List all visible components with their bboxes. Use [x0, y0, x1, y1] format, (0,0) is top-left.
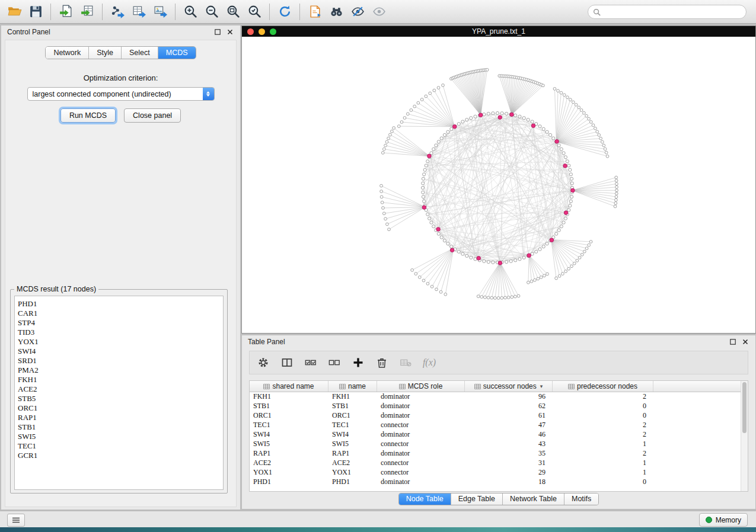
- cell-mcds_role[interactable]: dominator: [377, 430, 465, 440]
- table-row[interactable]: RAP1RAP1dominator352: [250, 449, 741, 459]
- column-header-name[interactable]: name: [328, 381, 377, 392]
- deselect-all-rows-button[interactable]: [326, 354, 343, 371]
- export-network-button[interactable]: [107, 2, 128, 21]
- column-header-successor-nodes[interactable]: successor nodes▾: [465, 381, 553, 392]
- cell-mcds_role[interactable]: dominator: [377, 392, 465, 402]
- tab-mcds[interactable]: MCDS: [158, 47, 196, 59]
- cell-mcds_role[interactable]: connector: [377, 421, 465, 430]
- cell-predecessor[interactable]: 1: [553, 459, 653, 468]
- mcds-list-item[interactable]: TID3: [15, 328, 223, 337]
- mcds-list-item[interactable]: GCR1: [15, 451, 223, 460]
- mcds-list-item[interactable]: ORC1: [15, 403, 223, 413]
- show-all-button[interactable]: [368, 2, 390, 21]
- cell-predecessor[interactable]: 0: [553, 411, 653, 421]
- hide-selected-button[interactable]: [347, 2, 368, 21]
- table-settings-button[interactable]: [254, 354, 272, 371]
- mcds-result-list[interactable]: PHD1CAR1STP4TID3YOX1SWI4SRD1PMA2FKH1ACE2…: [14, 296, 224, 490]
- cell-mcds_role[interactable]: dominator: [377, 402, 465, 411]
- cell-predecessor[interactable]: 2: [553, 421, 653, 430]
- table-row[interactable]: SWI5SWI5connector431: [250, 440, 741, 449]
- cell-successor[interactable]: 62: [465, 402, 553, 411]
- search-network-button[interactable]: [326, 2, 347, 21]
- cell-mcds_role[interactable]: dominator: [377, 411, 465, 421]
- cell-shared_name[interactable]: PHD1: [250, 477, 328, 487]
- mcds-list-item[interactable]: SRD1: [15, 356, 223, 366]
- minimize-window-icon[interactable]: [259, 28, 265, 35]
- cell-successor[interactable]: 96: [465, 392, 553, 402]
- cell-shared_name[interactable]: ORC1: [250, 411, 328, 421]
- import-table-button[interactable]: [76, 2, 98, 21]
- network-window-titlebar[interactable]: YPA_prune.txt_1: [242, 26, 755, 37]
- cell-shared_name[interactable]: YOX1: [250, 468, 328, 477]
- export-table-button[interactable]: [128, 2, 149, 21]
- tab-node-table[interactable]: Node Table: [399, 493, 451, 505]
- table-row[interactable]: STB1STB1dominator620: [250, 402, 741, 411]
- cell-mcds_role[interactable]: connector: [377, 468, 465, 477]
- search-input[interactable]: [604, 7, 741, 17]
- float-table-panel-button[interactable]: [729, 338, 737, 346]
- mcds-list-item[interactable]: PMA2: [15, 366, 223, 375]
- cell-successor[interactable]: 29: [465, 468, 553, 477]
- cell-name[interactable]: FKH1: [328, 392, 377, 402]
- cell-shared_name[interactable]: SWI4: [250, 430, 328, 440]
- mcds-list-item[interactable]: SWI5: [15, 432, 223, 441]
- cell-predecessor[interactable]: 2: [553, 449, 653, 459]
- cell-shared_name[interactable]: ACE2: [250, 459, 328, 468]
- table-row[interactable]: YOX1YOX1connector291: [250, 468, 741, 477]
- sort-indicator-icon[interactable]: ▾: [540, 383, 543, 389]
- zoom-fit-button[interactable]: [222, 2, 244, 21]
- mcds-list-item[interactable]: PHD1: [15, 299, 223, 309]
- zoom-in-button[interactable]: [180, 2, 201, 21]
- cell-mcds_role[interactable]: connector: [377, 440, 465, 449]
- delete-column-button[interactable]: [373, 354, 391, 371]
- cell-predecessor[interactable]: 2: [553, 430, 653, 440]
- zoom-selected-button[interactable]: [244, 2, 265, 21]
- cell-shared_name[interactable]: FKH1: [250, 392, 328, 402]
- table-row[interactable]: PHD1PHD1dominator180: [250, 477, 741, 487]
- column-header-MCDS-role[interactable]: MCDS role: [377, 381, 465, 392]
- refresh-view-button[interactable]: [274, 2, 295, 21]
- network-canvas[interactable]: [242, 37, 755, 333]
- close-panel-button[interactable]: [226, 28, 234, 36]
- cell-name[interactable]: SWI4: [328, 430, 377, 440]
- table-row[interactable]: FKH1FKH1dominator962: [250, 392, 741, 402]
- run-mcds-button[interactable]: Run MCDS: [60, 108, 116, 123]
- tab-network[interactable]: Network: [46, 47, 89, 59]
- mcds-list-item[interactable]: STP4: [15, 318, 223, 328]
- cell-name[interactable]: ACE2: [328, 459, 377, 468]
- cell-name[interactable]: SWI5: [328, 440, 377, 449]
- export-image-button[interactable]: [149, 2, 171, 21]
- network-search-field[interactable]: [588, 5, 747, 19]
- cell-successor[interactable]: 46: [465, 430, 553, 440]
- mcds-list-item[interactable]: RAP1: [15, 413, 223, 422]
- mcds-list-item[interactable]: SWI4: [15, 347, 223, 356]
- cell-name[interactable]: ORC1: [328, 411, 377, 421]
- optimization-criterion-dropdown[interactable]: largest connected component (undirected): [27, 87, 215, 101]
- table-row[interactable]: SWI4SWI4dominator462: [250, 430, 741, 440]
- maximize-window-icon[interactable]: [270, 28, 276, 35]
- cell-shared_name[interactable]: RAP1: [250, 449, 328, 459]
- scrollbar-thumb[interactable]: [742, 382, 747, 433]
- cell-name[interactable]: RAP1: [328, 449, 377, 459]
- cell-mcds_role[interactable]: dominator: [377, 477, 465, 487]
- close-table-panel-button[interactable]: [741, 338, 749, 346]
- tab-motifs[interactable]: Motifs: [564, 493, 598, 505]
- cell-successor[interactable]: 31: [465, 459, 553, 468]
- cell-name[interactable]: PHD1: [328, 477, 377, 487]
- table-vertical-scrollbar[interactable]: [741, 381, 748, 491]
- cell-predecessor[interactable]: 1: [553, 440, 653, 449]
- zoom-out-button[interactable]: [201, 2, 222, 21]
- cell-shared_name[interactable]: STB1: [250, 402, 328, 411]
- cell-mcds_role[interactable]: connector: [377, 459, 465, 468]
- tab-network-table[interactable]: Network Table: [503, 493, 564, 505]
- close-window-icon[interactable]: [247, 28, 254, 35]
- mcds-list-item[interactable]: CAR1: [15, 309, 223, 318]
- select-all-rows-button[interactable]: [302, 354, 320, 371]
- cell-predecessor[interactable]: 0: [553, 402, 653, 411]
- mcds-list-item[interactable]: YOX1: [15, 337, 223, 347]
- mcds-list-item[interactable]: STB1: [15, 422, 223, 432]
- cell-successor[interactable]: 43: [465, 440, 553, 449]
- cell-successor[interactable]: 35: [465, 449, 553, 459]
- cell-name[interactable]: YOX1: [328, 468, 377, 477]
- cell-name[interactable]: TEC1: [328, 421, 377, 430]
